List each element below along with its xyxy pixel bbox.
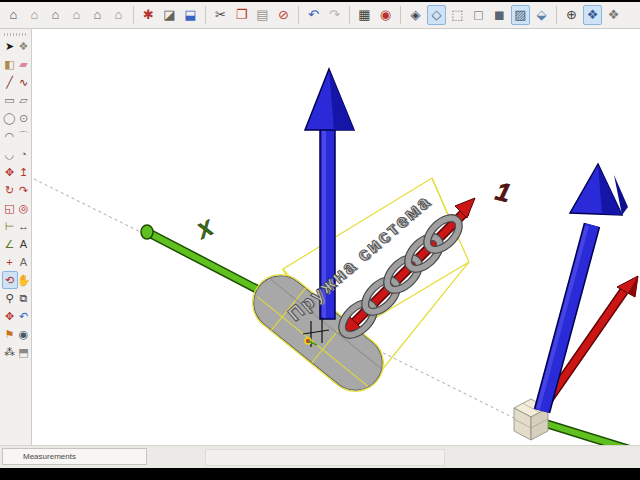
sketchup-window: ⌂⌂⌂⌂⌂⌂✱◪⬓✂❐▤⊘↶↷▦◉◈◇⬚◻◼▨⬙⊕❖❖ ➤❖◧▰╱∿▭▱◯⊙◠⌒… xyxy=(0,0,640,480)
component-a-button[interactable]: ❖ xyxy=(583,5,602,25)
follow-me-tool[interactable]: ↷ xyxy=(16,181,32,199)
open-button[interactable]: ◪ xyxy=(160,5,179,25)
dimension-tool[interactable]: ↔ xyxy=(16,217,32,235)
view-back-button[interactable]: ⌂ xyxy=(88,5,107,25)
style-back-edges-button[interactable]: ◇ xyxy=(427,5,446,25)
measurements-box[interactable]: Measurements xyxy=(2,448,147,465)
toolbar-separator xyxy=(133,6,134,24)
erase-button[interactable]: ⊘ xyxy=(274,5,293,25)
component-b-button[interactable]: ❖ xyxy=(604,5,623,25)
axis-label-x: X xyxy=(193,215,218,243)
toolbar-separator xyxy=(298,6,299,24)
model-info-button[interactable]: ◉ xyxy=(376,5,395,25)
view-top-button[interactable]: ⌂ xyxy=(25,5,44,25)
redo-button[interactable]: ↷ xyxy=(325,5,344,25)
pie-tool[interactable]: ◔ xyxy=(16,145,32,163)
style-shaded-button[interactable]: ◼ xyxy=(490,5,509,25)
undo-button[interactable]: ↶ xyxy=(304,5,323,25)
blue-arrow-right xyxy=(538,164,628,411)
zoom-window-tool[interactable]: ⧉ xyxy=(16,289,32,307)
view-iso-button[interactable]: ⌂ xyxy=(4,5,23,25)
text-tool[interactable]: A xyxy=(16,235,32,253)
toolbar-separator xyxy=(205,6,206,24)
toolbar-separator xyxy=(349,6,350,24)
scene-3d: X xyxy=(32,29,640,445)
model-viewport[interactable]: X xyxy=(32,29,640,445)
axes-model-right[interactable]: 1 xyxy=(493,164,640,445)
copy-button[interactable]: ❐ xyxy=(232,5,251,25)
pan-tool[interactable]: ✋ xyxy=(16,271,32,289)
app-frame: ⌂⌂⌂⌂⌂⌂✱◪⬓✂❐▤⊘↶↷▦◉◈◇⬚◻◼▨⬙⊕❖❖ ➤❖◧▰╱∿▭▱◯⊙◠⌒… xyxy=(0,2,640,468)
measurements-value-box[interactable] xyxy=(205,449,445,466)
style-wireframe-button[interactable]: ⬚ xyxy=(448,5,467,25)
annotation-number: 1 xyxy=(493,176,514,209)
paste-button[interactable]: ▤ xyxy=(253,5,272,25)
make-component-tool[interactable]: ❖ xyxy=(16,37,32,55)
style-xray-button[interactable]: ◈ xyxy=(406,5,425,25)
axes-arrows-button[interactable]: ⊕ xyxy=(562,5,581,25)
two-point-arc-tool[interactable]: ⌒ xyxy=(16,127,32,145)
toolbar-separator xyxy=(400,6,401,24)
status-bar: Measurements xyxy=(0,445,640,468)
save-button[interactable]: ⬓ xyxy=(181,5,200,25)
letterbox-bottom xyxy=(0,468,640,480)
section-plane-tool[interactable]: ⬒ xyxy=(16,343,32,361)
print-button[interactable]: ▦ xyxy=(355,5,374,25)
polygon-tool[interactable]: ⊙ xyxy=(16,109,32,127)
new-button[interactable]: ✱ xyxy=(139,5,158,25)
main-row: ➤❖◧▰╱∿▭▱◯⊙◠⌒◡◔✥↥↻↷◱◎⊢↔∠A+A⟲✋⚲⧉✥↶⚑◉⁂⬒ xyxy=(0,29,640,445)
spring-component-model[interactable]: X xyxy=(141,69,475,403)
style-monochrome-button[interactable]: ⬙ xyxy=(532,5,551,25)
green-axis-rod-right xyxy=(544,423,640,445)
style-hidden-line-button[interactable]: ◻ xyxy=(469,5,488,25)
view-left-button[interactable]: ⌂ xyxy=(109,5,128,25)
three-d-text-tool[interactable]: A xyxy=(16,253,32,271)
view-right-button[interactable]: ⌂ xyxy=(67,5,86,25)
offset-tool[interactable]: ◎ xyxy=(16,199,32,217)
toolbar-separator xyxy=(556,6,557,24)
style-textured-button[interactable]: ▨ xyxy=(511,5,530,25)
large-tool-set-sidebar: ➤❖◧▰╱∿▭▱◯⊙◠⌒◡◔✥↥↻↷◱◎⊢↔∠A+A⟲✋⚲⧉✥↶⚑◉⁂⬒ xyxy=(0,29,32,445)
green-rod-flange xyxy=(141,225,153,239)
rotated-rectangle-tool[interactable]: ▱ xyxy=(16,91,32,109)
view-front-button[interactable]: ⌂ xyxy=(46,5,65,25)
cut-button[interactable]: ✂ xyxy=(211,5,230,25)
freehand-tool[interactable]: ∿ xyxy=(16,73,32,91)
top-toolbar: ⌂⌂⌂⌂⌂⌂✱◪⬓✂❐▤⊘↶↷▦◉◈◇⬚◻◼▨⬙⊕❖❖ xyxy=(0,2,640,29)
previous-view-tool[interactable]: ↶ xyxy=(16,307,32,325)
push-pull-tool[interactable]: ↥ xyxy=(16,163,32,181)
eraser-tool[interactable]: ▰ xyxy=(16,55,32,73)
look-around-tool[interactable]: ◉ xyxy=(16,325,32,343)
